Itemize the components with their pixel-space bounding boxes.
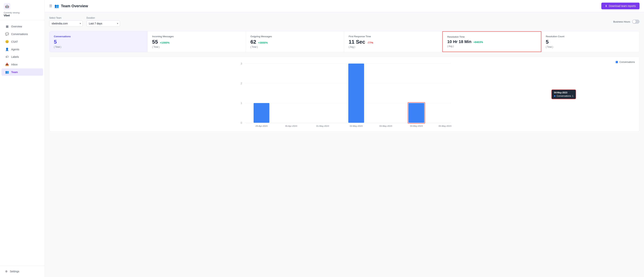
overview-icon: ▦ [5,24,9,28]
agents-icon: 👤 [5,48,9,51]
stat-label-first-response: First Response Time [349,35,438,38]
sidebar-item-labels[interactable]: 🏷 Labels [2,53,43,60]
sidebar-nav: ▦ Overview 💬 Conversations 😊 CSAT 👤 Agen… [0,20,44,266]
duration-filter-label: Duration [86,16,120,19]
svg-text:29-Apr-2023: 29-Apr-2023 [256,125,268,127]
sidebar-item-overview-label: Overview [11,25,22,28]
team-select-wrapper: vbetindia.com [49,20,83,27]
stat-card-outgoing[interactable]: Outgoing Messages 62 +3000% ( Total ) [246,31,344,52]
content-area: Select Team vbetindia.com Duration Last … [45,12,644,277]
org-name: Vbet [4,14,41,17]
stat-card-incoming[interactable]: Incoming Messages 55 +1000% ( Total ) [148,31,246,52]
stat-value-resolution-time: 10 Hr 18 Min +8403% [447,39,536,44]
stat-card-conversations[interactable]: Conversations 5 ( Total ) [50,31,148,52]
svg-rect-8 [254,103,270,123]
sidebar-item-team-label: Team [11,71,18,74]
svg-text:2: 2 [240,82,242,85]
inbox-icon: 📥 [5,63,9,66]
sidebar-item-csat-label: CSAT [11,40,18,43]
sidebar-item-overview[interactable]: ▦ Overview [2,23,43,30]
sidebar-item-csat[interactable]: 😊 CSAT [2,38,43,45]
svg-text:02-May-2023: 02-May-2023 [350,125,362,127]
svg-text:01-May-2023: 01-May-2023 [316,125,329,127]
stat-label-incoming: Incoming Messages [152,35,241,38]
svg-rect-15 [408,103,424,123]
page-title-icon: 👥 [54,4,59,8]
stat-card-first-response[interactable]: First Response Time 11 Sec -77% ( Avg ) [344,31,442,52]
sidebar-item-conversations[interactable]: 💬 Conversations [2,30,43,38]
stat-card-resolution-time[interactable]: Resolution Time 10 Hr 18 Min +8403% ( Av… [442,31,541,52]
chart-svg: 3 2 1 0 29-Apr-2023 30-Apr-2023 01-Ma [53,60,636,128]
svg-text:3: 3 [240,62,242,65]
sidebar: 🤖 Currently viewing: Vbet ▦ Overview 💬 C… [0,0,45,277]
svg-text:05-May-2023: 05-May-2023 [439,125,452,127]
conversations-icon: 💬 [5,32,9,36]
stat-label-conversations: Conversations [54,35,143,38]
settings-item[interactable]: ⚙ Settings [3,268,42,275]
stat-card-resolution-count[interactable]: Resolution Count 5 ( Total ) [541,31,639,52]
page-title: 👥 Team Overview [54,4,88,8]
chart-container: Conversations 3 2 1 0 29-Apr-2023 [49,57,640,132]
svg-rect-12 [348,64,364,123]
download-button-label: Download team reports [609,4,636,8]
stat-value-conversations: 5 [54,39,143,45]
chart-area: 3 2 1 0 29-Apr-2023 30-Apr-2023 01-Ma [53,60,636,128]
stat-label-resolution-count: Resolution Count [546,35,635,38]
sidebar-item-inbox[interactable]: 📥 Inbox [2,61,43,68]
main-content: ☰ 👥 Team Overview ⬇ Download team report… [45,0,644,277]
stat-value-incoming: 55 +1000% [152,39,241,45]
filters-row: Select Team vbetindia.com Duration Last … [49,16,640,27]
svg-text:30-Apr-2023: 30-Apr-2023 [285,125,297,127]
sidebar-header: 🤖 Currently viewing: Vbet [0,0,44,20]
svg-text:04-May-2023: 04-May-2023 [410,125,423,127]
hamburger-icon[interactable]: ☰ [49,4,52,8]
svg-text:0: 0 [240,122,242,124]
sidebar-item-agents[interactable]: 👤 Agents [2,46,43,53]
stat-sub-first-response: ( Avg ) [349,46,438,48]
app-logo: 🤖 [4,3,10,10]
duration-select-wrapper: Last 7 days Last 30 days Last 3 months [86,20,120,27]
team-select[interactable]: vbetindia.com [49,20,83,27]
svg-text:1: 1 [240,102,242,104]
csat-icon: 😊 [5,40,9,44]
sidebar-item-team[interactable]: 👥 Team [2,68,43,76]
team-filter-group: Select Team vbetindia.com [49,16,83,27]
team-icon: 👥 [5,70,9,74]
download-icon: ⬇ [605,4,607,8]
stat-sub-resolution-count: ( Total ) [546,46,635,48]
page-title-text: Team Overview [61,4,88,8]
labels-icon: 🏷 [5,55,9,58]
sidebar-item-inbox-label: Inbox [11,63,18,66]
stat-sub-resolution-time: ( Avg ) [447,45,536,48]
sidebar-item-labels-label: Labels [11,55,19,58]
topbar: ☰ 👥 Team Overview ⬇ Download team report… [45,0,644,12]
sidebar-item-agents-label: Agents [11,48,20,51]
stat-sub-outgoing: ( Total ) [250,46,340,48]
sidebar-footer: ⚙ Settings [0,266,44,277]
currently-viewing-label: Currently viewing: [4,12,41,14]
stat-sub-incoming: ( Total ) [152,46,241,48]
svg-text:03-May-2023: 03-May-2023 [380,125,392,127]
stat-value-first-response: 11 Sec -77% [349,39,438,45]
team-filter-label: Select Team [49,16,83,19]
stat-label-resolution-time: Resolution Time [447,36,536,38]
business-hours-toggle[interactable] [632,20,640,24]
download-button[interactable]: ⬇ Download team reports [601,2,640,9]
settings-label: Settings [10,270,20,273]
stat-sub-conversations: ( Total ) [54,46,143,48]
stat-value-outgoing: 62 +3000% [250,39,340,45]
stat-label-outgoing: Outgoing Messages [250,35,340,38]
topbar-left: ☰ 👥 Team Overview [49,4,88,8]
sidebar-item-conversations-label: Conversations [11,32,28,36]
duration-filter-group: Duration Last 7 days Last 30 days Last 3… [86,16,120,27]
settings-icon: ⚙ [5,270,8,273]
business-hours-toggle-group: Business Hours [613,20,640,24]
duration-select[interactable]: Last 7 days Last 30 days Last 3 months [86,20,120,27]
business-hours-label: Business Hours [613,20,630,23]
stat-value-resolution-count: 5 [546,39,635,45]
stats-row: Conversations 5 ( Total ) Incoming Messa… [49,31,640,52]
